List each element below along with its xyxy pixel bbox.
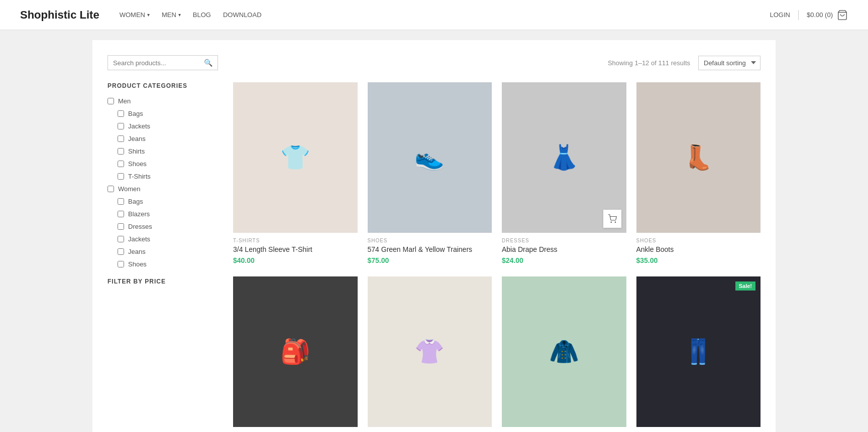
product-image: 👗: [502, 82, 626, 233]
subcategory-men-tshirts-label: T-Shirts: [128, 173, 151, 180]
product-info: JACKETS Green Coat $55.00: [502, 427, 626, 432]
subcategory-men-jeans-label: Jeans: [128, 135, 146, 142]
checkbox-men-bags[interactable]: [118, 110, 124, 117]
product-emoji: 👢: [636, 82, 761, 233]
product-card[interactable]: 👢 SHOES Ankle Boots $35.00: [636, 82, 761, 266]
search-box[interactable]: 🔍: [107, 55, 218, 70]
subcategory-women-jackets[interactable]: Jackets: [118, 235, 218, 243]
sidebar: PRODUCT CATEGORIES Men Bags: [107, 82, 218, 432]
subcategory-women-blazers[interactable]: Blazers: [118, 210, 218, 218]
subcategory-women-jeans-label: Jeans: [128, 248, 146, 255]
cart-info[interactable]: $0.00 (0): [807, 10, 848, 21]
checkbox-men-shoes[interactable]: [118, 161, 124, 167]
product-name: 3/4 Length Sleeve T-Shirt: [233, 245, 358, 253]
product-info: T-SHIRTS 3/4 Length Sleeve T-Shirt $40.0…: [233, 233, 358, 266]
subcategory-men-tshirts[interactable]: T-Shirts: [118, 173, 218, 180]
checkbox-men-tshirts[interactable]: [118, 173, 124, 180]
filter-by-price-title: FILTER BY PRICE: [107, 278, 218, 285]
category-women[interactable]: Women: [107, 185, 218, 193]
product-name: Ankle Boots: [636, 245, 761, 253]
product-category-label: DRESSES: [502, 238, 626, 243]
checkbox-women-blazers[interactable]: [118, 211, 124, 217]
product-image: 👖 Sale!: [636, 276, 761, 427]
main-nav: WOMEN ▾ MEN ▾ BLOG DOWNLOAD: [120, 11, 770, 19]
subcategory-men-jackets[interactable]: Jackets: [118, 122, 218, 130]
product-emoji: 👟: [368, 82, 492, 233]
product-price: $35.00: [636, 256, 761, 264]
subcategory-men-jackets-label: Jackets: [128, 122, 150, 130]
subcategory-women-jackets-label: Jackets: [128, 235, 150, 243]
product-price: $24.00: [502, 256, 626, 264]
category-women-label: Women: [118, 185, 141, 193]
checkbox-men-jackets[interactable]: [118, 123, 124, 129]
product-image: 🎒: [233, 276, 358, 427]
product-card[interactable]: 👖 Sale! JEANS Dark Skinny Jeans $60.00: [636, 276, 761, 432]
products-area: 👕 T-SHIRTS 3/4 Length Sleeve T-Shirt $40…: [233, 82, 761, 432]
checkbox-men-shirts[interactable]: [118, 148, 124, 155]
checkbox-women-shoes[interactable]: [118, 261, 124, 267]
checkbox-women-dresses[interactable]: [118, 223, 124, 230]
header: Shophistic Lite WOMEN ▾ MEN ▾ BLOG DOWNL…: [0, 0, 868, 30]
product-image: 👢: [636, 82, 761, 233]
subcategory-women-shoes[interactable]: Shoes: [118, 260, 218, 268]
checkbox-women-jeans[interactable]: [118, 248, 124, 255]
product-card[interactable]: 🎒 BAGS Black Backpack $45.00: [233, 276, 358, 432]
subcategory-men-bags[interactable]: Bags: [118, 110, 218, 117]
subcategory-women-jeans[interactable]: Jeans: [118, 248, 218, 255]
checkbox-women-bags[interactable]: [118, 198, 124, 205]
product-price: $75.00: [368, 256, 492, 264]
subcategory-women-dresses[interactable]: Dresses: [118, 223, 218, 230]
top-bar: 🔍 Showing 1–12 of 111 results Default so…: [107, 55, 761, 70]
product-image: 👟: [368, 82, 492, 233]
product-name: 574 Green Marl & Yellow Trainers: [368, 245, 492, 253]
product-card[interactable]: 👟 SHOES 574 Green Marl & Yellow Trainers…: [368, 82, 492, 266]
subcategory-men-bags-label: Bags: [128, 110, 143, 117]
search-input[interactable]: [113, 59, 201, 67]
subcategory-women-bags[interactable]: Bags: [118, 198, 218, 205]
subcategory-men-shirts[interactable]: Shirts: [118, 148, 218, 155]
category-list: Men Bags Jackets Jeans: [107, 97, 218, 268]
subcategory-men-shoes[interactable]: Shoes: [118, 160, 218, 168]
product-info: SHOES 574 Green Marl & Yellow Trainers $…: [368, 233, 492, 266]
subcategory-women-shoes-label: Shoes: [128, 260, 147, 268]
nav-download[interactable]: DOWNLOAD: [223, 11, 262, 19]
nav-blog[interactable]: BLOG: [193, 11, 211, 19]
search-button[interactable]: 🔍: [204, 59, 212, 67]
sort-select[interactable]: Default sorting: [698, 56, 761, 70]
add-to-cart-button[interactable]: [603, 210, 621, 228]
subcategory-women-blazers-label: Blazers: [128, 210, 150, 218]
header-right: LOGIN $0.00 (0): [770, 10, 848, 21]
product-emoji: 👖: [636, 276, 761, 427]
nav-women[interactable]: WOMEN ▾: [120, 11, 150, 19]
product-image: 🧥: [502, 276, 626, 427]
product-card[interactable]: 👚 WOMEN White Blouse $30.00: [368, 276, 492, 432]
checkbox-men[interactable]: [107, 98, 114, 104]
chevron-down-icon: ▾: [178, 12, 181, 18]
product-emoji: 👚: [368, 276, 492, 427]
nav-men[interactable]: MEN ▾: [162, 11, 181, 19]
svg-point-2: [615, 222, 616, 223]
checkbox-women[interactable]: [107, 186, 114, 192]
category-men[interactable]: Men: [107, 97, 218, 105]
product-info: BAGS Black Backpack $45.00: [233, 427, 358, 432]
subcategory-men-jeans[interactable]: Jeans: [118, 135, 218, 142]
product-emoji: 🧥: [502, 276, 626, 427]
checkbox-women-jackets[interactable]: [118, 236, 124, 242]
product-info: SHOES Ankle Boots $35.00: [636, 233, 761, 266]
product-info: DRESSES Abia Drape Dress $24.00: [502, 233, 626, 266]
product-category-label: SHOES: [636, 238, 761, 243]
product-image: 👚: [368, 276, 492, 427]
subcategory-men-shoes-label: Shoes: [128, 160, 147, 168]
product-card[interactable]: 🧥 JACKETS Green Coat $55.00: [502, 276, 626, 432]
product-card[interactable]: 👗 DRESSES Abia Drape Dress $24.00: [502, 82, 626, 266]
product-card[interactable]: 👕 T-SHIRTS 3/4 Length Sleeve T-Shirt $40…: [233, 82, 358, 266]
product-emoji: 👕: [233, 82, 358, 233]
product-price: $40.00: [233, 256, 358, 264]
product-name: Abia Drape Dress: [502, 245, 626, 253]
checkbox-men-jeans[interactable]: [118, 135, 124, 142]
category-men-label: Men: [118, 97, 131, 105]
showing-results-text: Showing 1–12 of 111 results: [608, 59, 690, 67]
site-logo[interactable]: Shophistic Lite: [20, 9, 99, 22]
cart-icon: [837, 10, 848, 21]
login-link[interactable]: LOGIN: [770, 11, 790, 19]
